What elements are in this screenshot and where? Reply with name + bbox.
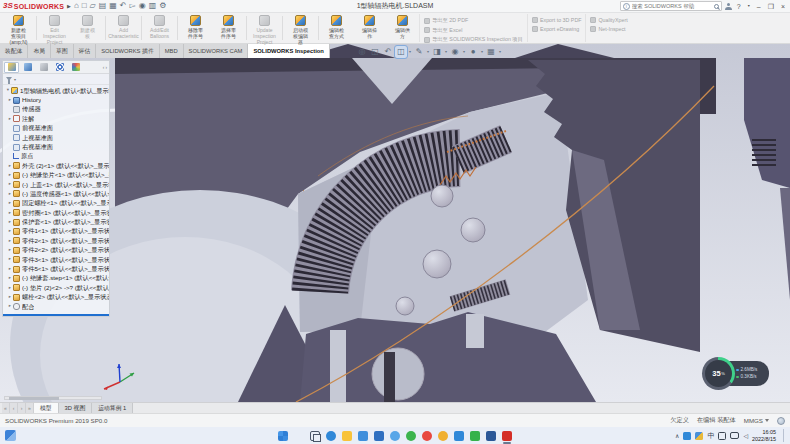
tree-item[interactable]: ▸零件3<1> (默认<<默认>_显示状态 — [3, 255, 109, 264]
scrollbar-thumb[interactable] — [9, 397, 59, 400]
display-style-icon[interactable]: ◨ — [431, 46, 443, 58]
tree-item[interactable]: ▸(-) 垫片 (2)<2> ->? (默认<<默认> — [3, 283, 109, 292]
select-arrow-icon[interactable]: ▻ — [130, 2, 136, 10]
edit-appearance-icon[interactable]: ● — [467, 46, 479, 58]
save-icon[interactable]: ▤ — [99, 2, 107, 10]
security-shield-icon[interactable] — [695, 432, 703, 440]
tree-item[interactable]: 传感器 — [3, 105, 109, 114]
tree-item[interactable]: 上视基准面 — [3, 133, 109, 142]
task-view-button[interactable] — [310, 431, 320, 441]
tree-item[interactable]: ▸零件2<1> (默认<<默认>_显示状态 — [3, 236, 109, 245]
displaymanager-tab[interactable] — [68, 62, 83, 73]
taskbar-clock[interactable]: 16:05 2022/8/15 — [752, 429, 776, 443]
search-icon[interactable] — [714, 4, 719, 9]
display-tray-icon[interactable] — [730, 432, 739, 439]
command-tab-mbd[interactable]: MBD — [160, 44, 184, 58]
tree-item[interactable]: ▸History — [3, 95, 109, 104]
restore-button[interactable]: ❐ — [766, 3, 776, 10]
edit-appearance-icon-caret[interactable]: ▾ — [481, 49, 483, 54]
start-button[interactable] — [278, 431, 288, 441]
export-item[interactable]: Net-Inspect — [590, 26, 627, 32]
new-document-icon[interactable]: □ — [82, 2, 87, 10]
tree-item[interactable]: ▸保护套<1> (默认<<默认>_显示状 — [3, 217, 109, 226]
tree-filter-bar[interactable]: ▾ — [3, 74, 109, 85]
tree-item[interactable]: 前视基准面 — [3, 124, 109, 133]
command-tab-布局[interactable]: 布局 — [28, 44, 51, 58]
ribbon-button-remove-balloons[interactable]: 移除零件序号 — [179, 14, 212, 42]
ribbon-button-edit-methods[interactable]: 编辑检查方式 — [320, 14, 353, 42]
tree-item[interactable]: ▸注解 — [3, 114, 109, 123]
previous-view-icon[interactable]: ↶ — [382, 46, 394, 58]
tree-item[interactable]: ▸零件5<1> (默认<<默认>_显示状态 — [3, 264, 109, 273]
help-search-box[interactable]: i — [620, 1, 722, 11]
export-item[interactable]: 导出至 SOLIDWORKS Inspection 项目 — [424, 36, 523, 43]
tree-item[interactable]: ▸零件1<1> (默认<<默认>_显示状态 — [3, 227, 109, 236]
tree-item[interactable]: ▸外壳 (2)<1> (默认<<默认>_显示状 — [3, 161, 109, 170]
tree-item[interactable]: 右视基准面 — [3, 142, 109, 151]
options-gear-icon[interactable]: ⚙ — [159, 2, 166, 10]
study-nav-arrow-2[interactable]: › — [18, 403, 26, 413]
menu-expand-icon[interactable]: ▶ — [67, 3, 71, 9]
word-icon[interactable] — [486, 431, 496, 441]
user-account-icon[interactable] — [725, 3, 732, 10]
app-green-icon[interactable] — [406, 431, 416, 441]
onedrive-tray-icon[interactable] — [683, 432, 691, 440]
units-selector[interactable]: MMGS — [744, 417, 769, 424]
ribbon-button-add-edit-balloons[interactable]: Add/EditBalloons — [143, 14, 176, 42]
section-view-icon[interactable]: ◫ — [395, 46, 407, 58]
tags-icon[interactable] — [777, 417, 785, 425]
tree-item[interactable]: ▸零件2<2> (默认<<默认>_显示状态 — [3, 246, 109, 255]
command-tab-草图[interactable]: 草图 — [51, 44, 74, 58]
tray-chevron-icon[interactable]: ∧ — [675, 433, 679, 439]
file-explorer-icon[interactable] — [342, 431, 352, 441]
tree-item[interactable]: ▸(-) 上盖<1> (默认<<默认>_显示状 — [3, 180, 109, 189]
net-speed-widget[interactable]: 2.6MB/s 0.3KB/s 35% — [702, 357, 772, 390]
export-item[interactable]: Export eDrawing — [532, 26, 582, 32]
ribbon-button-edit-suppliers[interactable]: 编辑供方 — [386, 14, 419, 42]
pc-manager-icon[interactable] — [454, 431, 464, 441]
hide-show-items-icon[interactable]: ◉ — [449, 46, 461, 58]
zoom-fit-icon[interactable]: ◎ — [356, 46, 368, 58]
scene-icon[interactable]: ▦ — [485, 46, 497, 58]
command-tab-评估[interactable]: 评估 — [74, 44, 97, 58]
volume-icon[interactable]: ◁ — [743, 433, 748, 439]
tree-item[interactable]: ▸(-) 温度传感器<1> (默认<<默认> — [3, 189, 109, 198]
hide-show-items-icon-caret[interactable]: ▾ — [463, 49, 465, 54]
undo-icon[interactable]: ↶ — [120, 2, 127, 10]
tree-item[interactable]: 原点 — [3, 152, 109, 161]
study-nav-arrow-3[interactable]: » — [26, 403, 34, 413]
search-input[interactable] — [632, 3, 712, 9]
help-button[interactable]: ? — [735, 3, 743, 10]
widgets-icon[interactable] — [5, 430, 16, 441]
open-folder-icon[interactable]: ▱ — [90, 2, 96, 10]
store-icon[interactable] — [374, 431, 384, 441]
tree-item[interactable]: ▸固定螺栓<1> (默认<<默认>_显示 — [3, 199, 109, 208]
onedrive-icon[interactable] — [390, 431, 400, 441]
ribbon-button-new-inspection-template[interactable]: 新建模板 — [71, 14, 104, 42]
wps-icon[interactable] — [470, 431, 480, 441]
study-tab-3d-视图[interactable]: 3D 视图 — [59, 403, 93, 413]
show-desktop-button[interactable] — [783, 429, 785, 442]
configurationmanager-tab[interactable] — [36, 62, 51, 73]
sketch-icon[interactable]: ✎ — [413, 46, 425, 58]
ribbon-button-select-balloons[interactable]: 选择零件序号 — [212, 14, 245, 42]
study-nav-arrow-0[interactable]: « — [2, 403, 10, 413]
graphics-viewport[interactable] — [0, 44, 790, 402]
study-tab-运动算例-1[interactable]: 运动算例 1 — [92, 403, 133, 413]
ribbon-button-launch-template-editor[interactable]: 启动模板编辑器 — [284, 14, 317, 42]
tree-item[interactable]: ▸螺栓<2> (默认<<默认>_显示状态 — [3, 293, 109, 302]
print-icon[interactable]: ▦ — [109, 2, 117, 10]
zoom-area-icon[interactable]: ◱ — [369, 46, 381, 58]
featuremanager-tab[interactable] — [4, 62, 19, 73]
ribbon-button-add-characteristic[interactable]: AddCharacteristic — [107, 14, 140, 42]
study-nav-arrow-1[interactable]: ‹ — [10, 403, 18, 413]
dimxpertmanager-tab[interactable] — [52, 62, 67, 73]
search-button[interactable] — [294, 431, 304, 441]
app-colored-icon[interactable] — [422, 431, 432, 441]
export-item[interactable]: 导出至 Excel — [424, 27, 523, 34]
command-tab-solidworks-插件[interactable]: SOLIDWORKS 插件 — [96, 44, 160, 58]
keyboard-tray-icon[interactable] — [718, 432, 726, 440]
chrome-icon[interactable] — [438, 431, 448, 441]
close-button[interactable]: × — [779, 3, 787, 10]
tree-item[interactable]: ▸(-) 绝缘套.step<1> (默认<<默认> — [3, 274, 109, 283]
